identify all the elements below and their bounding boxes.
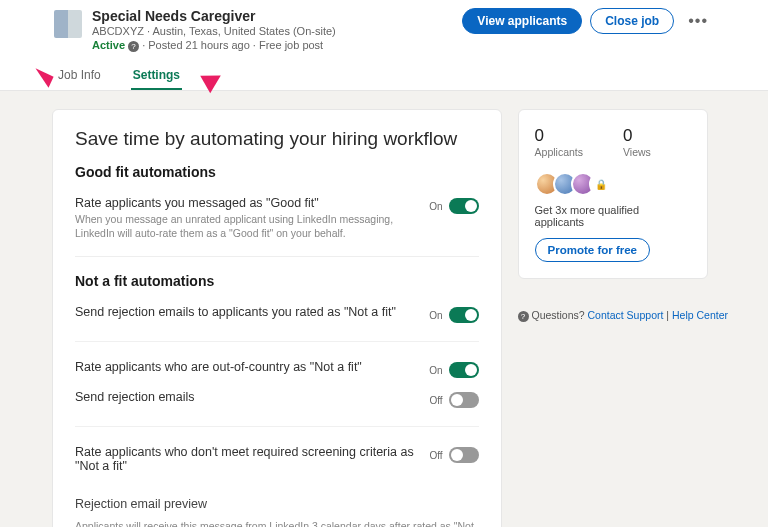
questions-line: ? Questions? Contact Support | Help Cent… (518, 309, 728, 322)
rejection-preview-heading: Rejection email preview (75, 497, 479, 511)
out-country-toggle[interactable] (449, 362, 479, 378)
applicants-label: Applicants (535, 146, 583, 158)
send-rejection2-title: Send rejection emails (75, 390, 195, 404)
toggle-label: Off (429, 450, 442, 461)
close-job-button[interactable]: Close job (590, 8, 674, 34)
toggle-label: On (429, 365, 442, 376)
settings-card: Save time by automating your hiring work… (52, 109, 502, 527)
applicants-count: 0 (535, 126, 583, 146)
company-logo (54, 10, 82, 38)
good-fit-rate-title: Rate applicants you messaged as "Good fi… (75, 196, 429, 210)
out-country-title: Rate applicants who are out-of-country a… (75, 360, 362, 374)
rejection-note: Applicants will receive this message fro… (75, 519, 479, 527)
promo-text: Get 3x more qualified applicants (535, 204, 691, 228)
contact-support-link[interactable]: Contact Support (588, 309, 664, 321)
send-rejection-title: Send rejection emails to applicants you … (75, 305, 396, 319)
avatar-cluster: 🔒 (535, 172, 691, 196)
good-fit-rate-sub: When you message an unrated applicant us… (75, 212, 429, 240)
views-count: 0 (623, 126, 651, 146)
posted-time: Posted 21 hours ago (148, 39, 250, 51)
tab-job-info[interactable]: Job Info (56, 62, 103, 90)
view-applicants-button[interactable]: View applicants (462, 8, 582, 34)
promote-button[interactable]: Promote for free (535, 238, 650, 262)
page-title: Save time by automating your hiring work… (75, 128, 479, 150)
screening-title: Rate applicants who don't meet required … (75, 445, 429, 473)
stats-card: 0 Applicants 0 Views 🔒 Get 3x more quali… (518, 109, 708, 279)
info-icon[interactable]: ? (128, 41, 139, 52)
annotation-arrow-2 (200, 67, 226, 93)
lock-icon: 🔒 (589, 172, 613, 196)
job-subtitle: ABCDXYZ · Austin, Texas, United States (… (92, 25, 336, 37)
send-rejection-toggle[interactable] (449, 307, 479, 323)
toggle-label: Off (429, 395, 442, 406)
job-meta: Active ? · Posted 21 hours ago · Free jo… (92, 39, 336, 52)
tab-settings[interactable]: Settings (131, 62, 182, 90)
screening-toggle[interactable] (449, 447, 479, 463)
overflow-icon[interactable]: ••• (682, 12, 714, 30)
help-center-link[interactable]: Help Center (672, 309, 728, 321)
toggle-label: On (429, 310, 442, 321)
send-rejection2-toggle[interactable] (449, 392, 479, 408)
help-icon[interactable]: ? (518, 311, 529, 322)
views-label: Views (623, 146, 651, 158)
status-active: Active (92, 39, 125, 51)
not-fit-heading: Not a fit automations (75, 273, 479, 289)
post-type: Free job post (259, 39, 323, 51)
job-title: Special Needs Caregiver (92, 8, 336, 24)
annotation-arrow-1 (30, 68, 53, 87)
good-fit-heading: Good fit automations (75, 164, 479, 180)
good-fit-rate-toggle[interactable] (449, 198, 479, 214)
toggle-label: On (429, 201, 442, 212)
